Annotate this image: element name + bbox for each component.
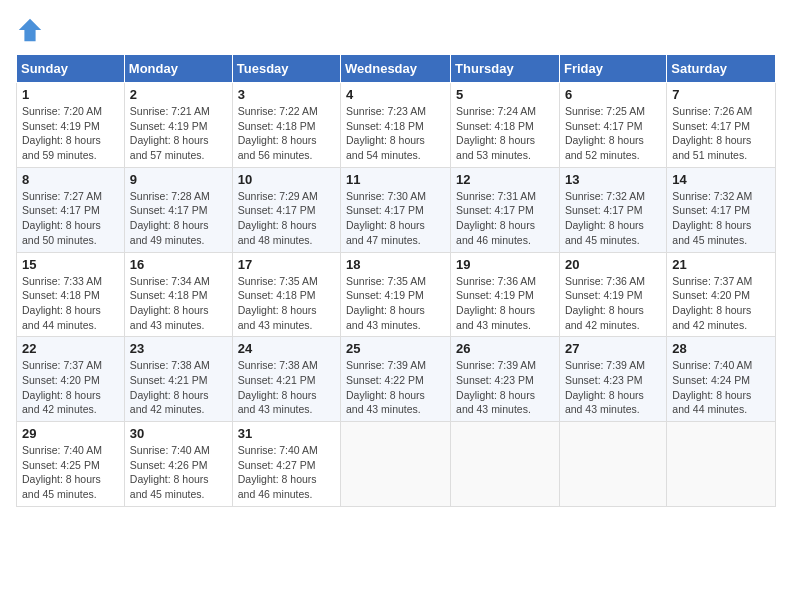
day-number: 9 bbox=[130, 172, 227, 187]
day-number: 27 bbox=[565, 341, 661, 356]
day-info: Sunrise: 7:39 AM Sunset: 4:23 PM Dayligh… bbox=[456, 358, 554, 417]
day-info: Sunrise: 7:34 AM Sunset: 4:18 PM Dayligh… bbox=[130, 274, 227, 333]
day-number: 6 bbox=[565, 87, 661, 102]
day-number: 7 bbox=[672, 87, 770, 102]
calendar-cell: 27 Sunrise: 7:39 AM Sunset: 4:23 PM Dayl… bbox=[559, 337, 666, 422]
page-header bbox=[16, 16, 776, 44]
day-number: 8 bbox=[22, 172, 119, 187]
day-info: Sunrise: 7:35 AM Sunset: 4:18 PM Dayligh… bbox=[238, 274, 335, 333]
day-info: Sunrise: 7:24 AM Sunset: 4:18 PM Dayligh… bbox=[456, 104, 554, 163]
calendar-cell bbox=[341, 422, 451, 507]
logo-icon bbox=[16, 16, 44, 44]
day-number: 23 bbox=[130, 341, 227, 356]
calendar-cell: 31 Sunrise: 7:40 AM Sunset: 4:27 PM Dayl… bbox=[232, 422, 340, 507]
svg-marker-0 bbox=[19, 19, 41, 41]
day-info: Sunrise: 7:21 AM Sunset: 4:19 PM Dayligh… bbox=[130, 104, 227, 163]
day-number: 22 bbox=[22, 341, 119, 356]
calendar-week-row: 1 Sunrise: 7:20 AM Sunset: 4:19 PM Dayli… bbox=[17, 83, 776, 168]
day-info: Sunrise: 7:33 AM Sunset: 4:18 PM Dayligh… bbox=[22, 274, 119, 333]
day-number: 28 bbox=[672, 341, 770, 356]
calendar-cell bbox=[559, 422, 666, 507]
calendar-cell: 16 Sunrise: 7:34 AM Sunset: 4:18 PM Dayl… bbox=[124, 252, 232, 337]
calendar-cell: 7 Sunrise: 7:26 AM Sunset: 4:17 PM Dayli… bbox=[667, 83, 776, 168]
day-info: Sunrise: 7:26 AM Sunset: 4:17 PM Dayligh… bbox=[672, 104, 770, 163]
day-info: Sunrise: 7:35 AM Sunset: 4:19 PM Dayligh… bbox=[346, 274, 445, 333]
calendar-week-row: 22 Sunrise: 7:37 AM Sunset: 4:20 PM Dayl… bbox=[17, 337, 776, 422]
calendar-week-row: 29 Sunrise: 7:40 AM Sunset: 4:25 PM Dayl… bbox=[17, 422, 776, 507]
calendar-cell: 2 Sunrise: 7:21 AM Sunset: 4:19 PM Dayli… bbox=[124, 83, 232, 168]
calendar-cell: 26 Sunrise: 7:39 AM Sunset: 4:23 PM Dayl… bbox=[451, 337, 560, 422]
day-info: Sunrise: 7:36 AM Sunset: 4:19 PM Dayligh… bbox=[456, 274, 554, 333]
day-info: Sunrise: 7:32 AM Sunset: 4:17 PM Dayligh… bbox=[672, 189, 770, 248]
day-number: 11 bbox=[346, 172, 445, 187]
day-info: Sunrise: 7:37 AM Sunset: 4:20 PM Dayligh… bbox=[22, 358, 119, 417]
calendar-week-row: 15 Sunrise: 7:33 AM Sunset: 4:18 PM Dayl… bbox=[17, 252, 776, 337]
day-info: Sunrise: 7:31 AM Sunset: 4:17 PM Dayligh… bbox=[456, 189, 554, 248]
calendar-cell: 9 Sunrise: 7:28 AM Sunset: 4:17 PM Dayli… bbox=[124, 167, 232, 252]
calendar-cell: 3 Sunrise: 7:22 AM Sunset: 4:18 PM Dayli… bbox=[232, 83, 340, 168]
day-info: Sunrise: 7:40 AM Sunset: 4:26 PM Dayligh… bbox=[130, 443, 227, 502]
day-info: Sunrise: 7:39 AM Sunset: 4:22 PM Dayligh… bbox=[346, 358, 445, 417]
weekday-header: Saturday bbox=[667, 55, 776, 83]
calendar-cell: 25 Sunrise: 7:39 AM Sunset: 4:22 PM Dayl… bbox=[341, 337, 451, 422]
calendar-cell: 4 Sunrise: 7:23 AM Sunset: 4:18 PM Dayli… bbox=[341, 83, 451, 168]
calendar-cell: 13 Sunrise: 7:32 AM Sunset: 4:17 PM Dayl… bbox=[559, 167, 666, 252]
day-number: 18 bbox=[346, 257, 445, 272]
calendar-cell: 10 Sunrise: 7:29 AM Sunset: 4:17 PM Dayl… bbox=[232, 167, 340, 252]
day-number: 3 bbox=[238, 87, 335, 102]
day-info: Sunrise: 7:40 AM Sunset: 4:24 PM Dayligh… bbox=[672, 358, 770, 417]
day-info: Sunrise: 7:32 AM Sunset: 4:17 PM Dayligh… bbox=[565, 189, 661, 248]
day-info: Sunrise: 7:25 AM Sunset: 4:17 PM Dayligh… bbox=[565, 104, 661, 163]
weekday-header: Thursday bbox=[451, 55, 560, 83]
calendar-header-row: SundayMondayTuesdayWednesdayThursdayFrid… bbox=[17, 55, 776, 83]
day-number: 20 bbox=[565, 257, 661, 272]
calendar-cell: 11 Sunrise: 7:30 AM Sunset: 4:17 PM Dayl… bbox=[341, 167, 451, 252]
calendar-cell bbox=[451, 422, 560, 507]
calendar-cell: 6 Sunrise: 7:25 AM Sunset: 4:17 PM Dayli… bbox=[559, 83, 666, 168]
day-number: 26 bbox=[456, 341, 554, 356]
calendar-cell: 15 Sunrise: 7:33 AM Sunset: 4:18 PM Dayl… bbox=[17, 252, 125, 337]
weekday-header: Sunday bbox=[17, 55, 125, 83]
day-number: 12 bbox=[456, 172, 554, 187]
day-number: 24 bbox=[238, 341, 335, 356]
day-info: Sunrise: 7:30 AM Sunset: 4:17 PM Dayligh… bbox=[346, 189, 445, 248]
calendar-cell: 1 Sunrise: 7:20 AM Sunset: 4:19 PM Dayli… bbox=[17, 83, 125, 168]
day-info: Sunrise: 7:28 AM Sunset: 4:17 PM Dayligh… bbox=[130, 189, 227, 248]
day-number: 13 bbox=[565, 172, 661, 187]
day-info: Sunrise: 7:37 AM Sunset: 4:20 PM Dayligh… bbox=[672, 274, 770, 333]
day-info: Sunrise: 7:40 AM Sunset: 4:25 PM Dayligh… bbox=[22, 443, 119, 502]
day-info: Sunrise: 7:38 AM Sunset: 4:21 PM Dayligh… bbox=[130, 358, 227, 417]
day-number: 21 bbox=[672, 257, 770, 272]
weekday-header: Monday bbox=[124, 55, 232, 83]
day-number: 17 bbox=[238, 257, 335, 272]
calendar-cell: 8 Sunrise: 7:27 AM Sunset: 4:17 PM Dayli… bbox=[17, 167, 125, 252]
calendar-cell: 17 Sunrise: 7:35 AM Sunset: 4:18 PM Dayl… bbox=[232, 252, 340, 337]
day-number: 30 bbox=[130, 426, 227, 441]
day-info: Sunrise: 7:40 AM Sunset: 4:27 PM Dayligh… bbox=[238, 443, 335, 502]
day-number: 14 bbox=[672, 172, 770, 187]
day-number: 31 bbox=[238, 426, 335, 441]
calendar-cell: 29 Sunrise: 7:40 AM Sunset: 4:25 PM Dayl… bbox=[17, 422, 125, 507]
day-info: Sunrise: 7:39 AM Sunset: 4:23 PM Dayligh… bbox=[565, 358, 661, 417]
day-number: 16 bbox=[130, 257, 227, 272]
day-number: 15 bbox=[22, 257, 119, 272]
calendar-cell: 23 Sunrise: 7:38 AM Sunset: 4:21 PM Dayl… bbox=[124, 337, 232, 422]
day-info: Sunrise: 7:23 AM Sunset: 4:18 PM Dayligh… bbox=[346, 104, 445, 163]
calendar-cell: 28 Sunrise: 7:40 AM Sunset: 4:24 PM Dayl… bbox=[667, 337, 776, 422]
day-number: 25 bbox=[346, 341, 445, 356]
calendar-cell: 24 Sunrise: 7:38 AM Sunset: 4:21 PM Dayl… bbox=[232, 337, 340, 422]
day-number: 19 bbox=[456, 257, 554, 272]
calendar-cell: 22 Sunrise: 7:37 AM Sunset: 4:20 PM Dayl… bbox=[17, 337, 125, 422]
calendar-cell: 30 Sunrise: 7:40 AM Sunset: 4:26 PM Dayl… bbox=[124, 422, 232, 507]
calendar-cell: 19 Sunrise: 7:36 AM Sunset: 4:19 PM Dayl… bbox=[451, 252, 560, 337]
day-number: 29 bbox=[22, 426, 119, 441]
calendar-week-row: 8 Sunrise: 7:27 AM Sunset: 4:17 PM Dayli… bbox=[17, 167, 776, 252]
day-number: 5 bbox=[456, 87, 554, 102]
day-info: Sunrise: 7:29 AM Sunset: 4:17 PM Dayligh… bbox=[238, 189, 335, 248]
weekday-header: Wednesday bbox=[341, 55, 451, 83]
weekday-header: Tuesday bbox=[232, 55, 340, 83]
calendar-cell: 12 Sunrise: 7:31 AM Sunset: 4:17 PM Dayl… bbox=[451, 167, 560, 252]
day-number: 2 bbox=[130, 87, 227, 102]
day-info: Sunrise: 7:22 AM Sunset: 4:18 PM Dayligh… bbox=[238, 104, 335, 163]
logo bbox=[16, 16, 48, 44]
